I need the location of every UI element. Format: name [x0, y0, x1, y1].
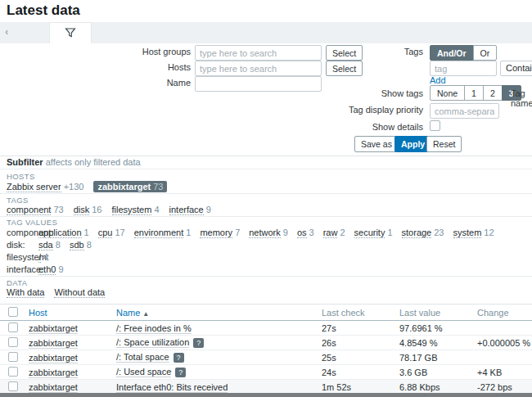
hint-icon[interactable]: ? [175, 368, 186, 377]
tag-value-label[interactable]: storage [402, 228, 432, 238]
row-checkbox[interactable] [8, 352, 18, 362]
tag-value-item[interactable]: storage23 [402, 228, 444, 237]
subfilter-tag-item[interactable]: filesystem4 [112, 205, 160, 214]
tag-value-item[interactable]: system12 [453, 228, 494, 237]
tag-value-item[interactable]: memory7 [200, 228, 240, 237]
item-name-link[interactable]: /: Used space [116, 367, 171, 377]
tag-value-item[interactable]: /4 [38, 252, 48, 262]
subfilter-tag-label[interactable]: component [7, 205, 51, 215]
row-checkbox[interactable] [8, 367, 18, 377]
column-header-name[interactable]: Name▲ [108, 305, 313, 321]
item-name-link[interactable]: /: Total space [116, 352, 169, 363]
tag-value-label[interactable]: eth0 [38, 264, 56, 275]
host-link[interactable]: zabbixtarget [29, 368, 78, 378]
tag-value-item[interactable]: environment1 [134, 228, 192, 237]
select-all-checkbox[interactable] [8, 307, 18, 317]
host-link[interactable]: zabbixtarget [29, 353, 78, 363]
subfilter-tag-item[interactable]: disk16 [74, 205, 102, 214]
tag-value-label[interactable]: system [453, 228, 482, 238]
last-check-cell: 25s [313, 350, 391, 365]
row-checkbox[interactable] [8, 381, 18, 391]
page-title: Latest data [7, 2, 80, 19]
tag-value-label[interactable]: raw [323, 228, 338, 238]
tag-value-label[interactable]: network [249, 228, 281, 238]
row-checkbox[interactable] [8, 337, 18, 347]
tag-operator-select[interactable]: Contains [500, 61, 532, 76]
tag-value-item[interactable]: cpu17 [98, 228, 125, 237]
tag-value-label[interactable]: sdb [70, 240, 84, 250]
filter-tab-bar: ‹ [0, 22, 532, 43]
tag-value-count: 23 [434, 228, 444, 237]
host-link[interactable]: zabbixtarget [29, 382, 78, 393]
subfilter-hosts-header: HOSTS [7, 172, 35, 181]
tag-value-item[interactable]: network9 [249, 228, 288, 237]
add-tag-link[interactable]: Add [430, 75, 446, 85]
tag-input[interactable] [430, 61, 497, 76]
subfilter-tag-label[interactable]: filesystem [112, 205, 152, 215]
subfilter-tag-label[interactable]: disk [74, 205, 90, 215]
tag-value-label[interactable]: environment [134, 228, 184, 238]
subfilter-tag-label[interactable]: interface [169, 205, 204, 215]
subfilter-host-label[interactable]: zabbixtarget [97, 182, 151, 192]
item-name-link[interactable]: Interface eth0: Bits received [116, 382, 228, 393]
change-cell: -272 bps [469, 380, 532, 395]
host-groups-input[interactable] [195, 45, 322, 61]
subfilter-host-item[interactable]: Zabbix server+130 [7, 182, 83, 192]
tag-value-label[interactable]: os [297, 228, 307, 238]
show-tags-option-1[interactable]: 1 [464, 85, 484, 101]
column-header-change: Change [469, 305, 532, 321]
table-row: zabbixtarget/: Total space?25s78.17 GB [0, 350, 532, 365]
tags-mode-or[interactable]: Or [473, 45, 498, 61]
table-header-row: Host Name▲ Last check Last value Change [0, 305, 532, 321]
subfilter-subtitle: affects only filtered data [46, 157, 141, 167]
tag-value-item[interactable]: sda8 [38, 240, 61, 250]
horizontal-scrollbar[interactable] [0, 393, 532, 397]
tag-display-priority-input[interactable] [430, 103, 499, 119]
name-cell: /: Free inodes in % [108, 321, 313, 336]
subfilter-tag-item[interactable]: component73 [7, 205, 64, 214]
name-cell: /: Used space? [108, 365, 313, 380]
subfilter-host-item[interactable]: zabbixtarget73 [93, 181, 167, 192]
item-name-link[interactable]: /: Space utilization [116, 337, 189, 348]
hint-icon[interactable]: ? [193, 338, 204, 348]
hosts-select-button[interactable]: Select [326, 61, 363, 76]
tag-value-label[interactable]: memory [200, 228, 232, 238]
show-details-checkbox[interactable] [430, 120, 440, 131]
hosts-input[interactable] [195, 61, 322, 76]
subfilter-data-link[interactable]: Without data [54, 287, 105, 298]
host-link[interactable]: zabbixtarget [29, 338, 78, 349]
subfilter-tag-item[interactable]: interface9 [169, 205, 211, 214]
tag-value-item[interactable]: sdb8 [70, 240, 92, 250]
subfilter-data-link[interactable]: With data [7, 287, 44, 298]
subfilter-tag-values-header: TAG VALUES [7, 218, 57, 227]
host-link[interactable]: zabbixtarget [29, 323, 78, 334]
tags-mode-and-or[interactable]: And/Or [430, 45, 474, 61]
tag-value-label[interactable]: security [354, 228, 385, 238]
tag-value-count: 8 [56, 240, 61, 250]
tag-value-count: 1 [387, 228, 392, 237]
tag-value-item[interactable]: os3 [297, 228, 314, 237]
tag-value-item[interactable]: security1 [354, 228, 393, 237]
tag-value-item[interactable]: raw2 [323, 228, 345, 237]
hint-icon[interactable]: ? [174, 353, 184, 363]
last-value-cell: 78.17 GB [391, 350, 469, 365]
show-tags-label: Show tags [358, 88, 423, 98]
tag-value-item[interactable]: application1 [38, 228, 89, 237]
subfilter-host-label[interactable]: Zabbix server [7, 182, 61, 192]
reset-button[interactable]: Reset [426, 136, 462, 152]
save-as-button[interactable]: Save as [354, 136, 399, 152]
item-name-link[interactable]: /: Free inodes in % [116, 323, 192, 334]
tag-value-label[interactable]: / [38, 252, 41, 263]
tag-value-item[interactable]: eth09 [38, 264, 64, 274]
tag-value-label[interactable]: sda [38, 240, 53, 250]
scroll-tabs-left-icon[interactable]: ‹ [5, 25, 8, 38]
show-tags-option-none[interactable]: None [430, 85, 465, 101]
row-checkbox[interactable] [8, 323, 18, 332]
tag-value-label[interactable]: cpu [98, 228, 113, 238]
column-header-host[interactable]: Host [20, 305, 108, 321]
row-checkbox-cell [0, 336, 20, 350]
name-input[interactable] [195, 76, 322, 92]
tag-value-label[interactable]: application [38, 228, 82, 238]
show-tags-option-2[interactable]: 2 [483, 85, 503, 101]
tab-filter[interactable] [49, 22, 92, 43]
